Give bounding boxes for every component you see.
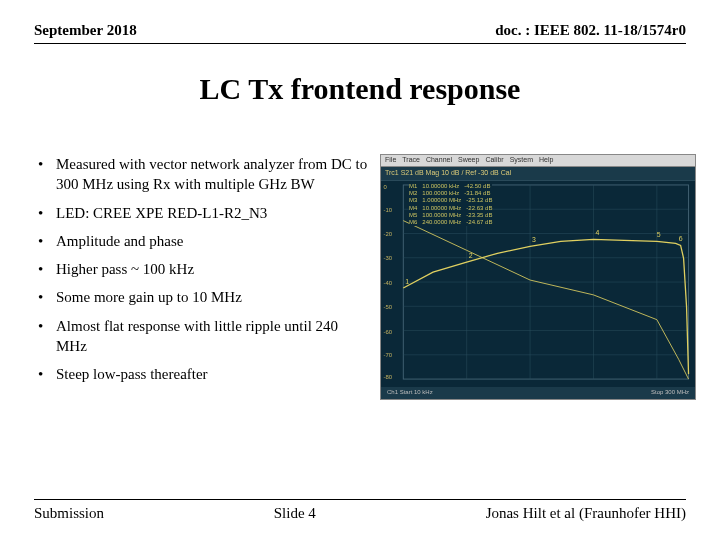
menu-item: File — [385, 156, 396, 165]
header-date: September 2018 — [34, 22, 137, 39]
svg-text:-10: -10 — [384, 207, 393, 213]
bullet-item: Almost flat response with little ripple … — [34, 316, 372, 357]
svg-text:-30: -30 — [384, 255, 393, 261]
bullet-item: Higher pass ~ 100 kHz — [34, 259, 372, 279]
svg-text:-60: -60 — [384, 329, 393, 335]
bullet-list: Measured with vector network analyzer fr… — [34, 154, 372, 400]
svg-text:-70: -70 — [384, 352, 393, 358]
menu-item: Help — [539, 156, 553, 165]
analyzer-footer: Ch1 Start 10 kHz Stop 300 MHz — [381, 387, 695, 399]
slide-title: LC Tx frontend response — [0, 72, 720, 106]
slide-footer: Submission Slide 4 Jonas Hilt et al (Fra… — [34, 505, 686, 522]
bullet-item: Amplitude and phase — [34, 231, 372, 251]
svg-text:5: 5 — [657, 231, 661, 238]
sweep-start: Ch1 Start 10 kHz — [387, 389, 433, 397]
menu-item: Calibr — [485, 156, 503, 165]
menu-item: System — [510, 156, 533, 165]
bullet-item: Some more gain up to 10 MHz — [34, 287, 372, 307]
svg-text:-80: -80 — [384, 374, 393, 380]
readout-row: M2 100.0000 kHz -31.84 dB — [409, 190, 492, 197]
svg-text:3: 3 — [532, 236, 536, 243]
footer-right: Jonas Hilt et al (Fraunhofer HHI) — [486, 505, 686, 522]
readout-row: M5 100.0000 MHz -23.35 dB — [409, 212, 492, 219]
svg-text:1: 1 — [405, 278, 409, 285]
chart-markers: 1 2 3 4 5 6 — [405, 229, 682, 285]
menu-item: Sweep — [458, 156, 479, 165]
svg-text:2: 2 — [469, 252, 473, 259]
slide-header: September 2018 doc. : IEEE 802. 11-18/15… — [0, 0, 720, 43]
readout-row: M4 10.00000 MHz -22.63 dB — [409, 205, 492, 212]
svg-text:4: 4 — [595, 229, 599, 236]
bullet-item: LED: CREE XPE RED-L1-R2_N3 — [34, 203, 372, 223]
footer-center: Slide 4 — [274, 505, 316, 522]
readout-row: M1 10.00000 kHz -42.50 dB — [409, 183, 492, 190]
analyzer-toolbar: Trc1 S21 dB Mag 10 dB / Ref -30 dB Cal — [381, 167, 695, 181]
readout-row: M3 1.000000 MHz -25.12 dB — [409, 197, 492, 204]
y-axis-labels: 0 -10 -20 -30 -40 -50 -60 -70 -80 — [384, 184, 393, 380]
amplitude-trace — [403, 239, 688, 374]
network-analyzer-screenshot: File Trace Channel Sweep Calibr System H… — [380, 154, 696, 400]
svg-text:-40: -40 — [384, 280, 393, 286]
marker-readout: M1 10.00000 kHz -42.50 dB M2 100.0000 kH… — [409, 183, 492, 226]
svg-text:-20: -20 — [384, 231, 393, 237]
svg-text:-50: -50 — [384, 304, 393, 310]
footer-left: Submission — [34, 505, 104, 522]
menu-item: Channel — [426, 156, 452, 165]
footer-rule — [34, 499, 686, 500]
bullet-item: Steep low-pass thereafter — [34, 364, 372, 384]
svg-text:6: 6 — [679, 235, 683, 242]
slide-content: Measured with vector network analyzer fr… — [0, 154, 720, 400]
readout-row: M6 240.0000 MHz -24.67 dB — [409, 219, 492, 226]
menu-item: Trace — [402, 156, 420, 165]
svg-text:0: 0 — [384, 184, 388, 190]
bullet-item: Measured with vector network analyzer fr… — [34, 154, 372, 195]
analyzer-menubar: File Trace Channel Sweep Calibr System H… — [381, 155, 695, 167]
header-doc-id: doc. : IEEE 802. 11-18/1574r0 — [495, 22, 686, 39]
header-rule — [34, 43, 686, 44]
sweep-stop: Stop 300 MHz — [651, 389, 689, 397]
